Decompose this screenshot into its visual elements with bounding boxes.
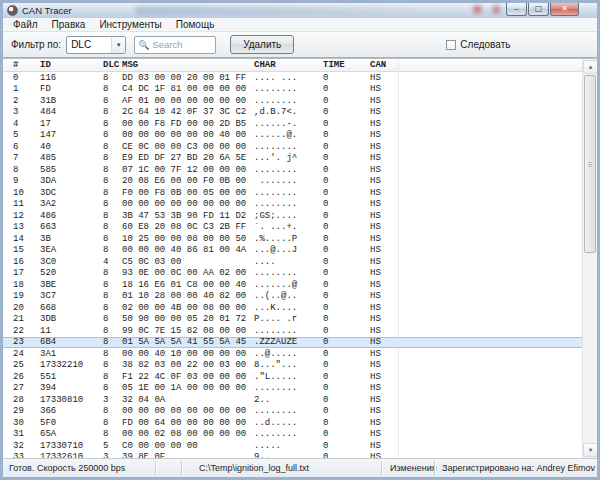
filter-dropdown[interactable]: DLC ▼ <box>66 36 126 54</box>
table-row[interactable]: 103DC8F0 00 F8 0B 00 05 00 00........0HS <box>3 187 582 199</box>
table-cell: AF 01 00 00 00 00 00 00 <box>122 96 254 106</box>
maximize-button[interactable]: ▢ <box>528 3 549 16</box>
table-cell: 00 00 F8 FD 00 00 2D B5 <box>122 119 254 129</box>
table-cell: 485 <box>40 153 103 163</box>
table-cell: 0 <box>323 360 370 370</box>
scroll-down-icon[interactable]: ▼ <box>583 443 597 457</box>
scroll-up-icon[interactable]: ▲ <box>583 60 597 74</box>
delete-button[interactable]: Удалить <box>230 35 294 54</box>
follow-label: Следовать <box>460 39 510 50</box>
table-row[interactable]: 236B4801 5A 5A 5A 41 55 5A 45.ZZZAUZE0HS <box>3 337 582 349</box>
follow-checkbox[interactable] <box>446 40 456 50</box>
minimize-button[interactable]: – <box>506 3 527 16</box>
table-cell: 8 <box>103 153 122 163</box>
table-row[interactable]: 305F08FD 00 64 00 00 00 00 00..d.....0HS <box>3 417 582 429</box>
table-cell: HS <box>370 176 400 186</box>
table-cell: 0 <box>323 222 370 232</box>
search-box: 🔍 <box>134 36 216 54</box>
table-cell: 3C7 <box>40 291 103 301</box>
table-row[interactable]: 8585807 1C 00 7F 12 00 00 00........0HS <box>3 164 582 176</box>
table-row[interactable]: 231B8AF 01 00 00 00 00 00 00........0HS <box>3 95 582 107</box>
table-cell: ........ <box>254 406 323 416</box>
column-header[interactable]: # <box>13 60 40 70</box>
table-row[interactable]: 01168DD 03 00 00 20 00 01 FF.... ...0HS <box>3 72 582 84</box>
table-row[interactable]: 153EA800 00 00 40 86 81 00 4A...@...J0HS <box>3 245 582 257</box>
table-cell: 15 <box>13 245 40 255</box>
table-row[interactable]: 1248683B 47 53 3B 90 FD 11 D2;GS;....0HS <box>3 210 582 222</box>
table-cell: 8 <box>103 326 122 336</box>
table-cell: 0 <box>323 429 370 439</box>
table-row[interactable]: 2211899 0C 7E 15 82 08 00 00........0HS <box>3 325 582 337</box>
menu-item[interactable]: Файл <box>6 18 45 31</box>
table-cell: HS <box>370 130 400 140</box>
table-row[interactable]: 5147800 00 00 00 00 00 40 00......@.0HS <box>3 130 582 142</box>
table-cell: 0 <box>323 142 370 152</box>
table-row[interactable]: 417800 00 F8 FD 00 00 2D B5......-.0HS <box>3 118 582 130</box>
table-cell: 668 <box>40 303 103 313</box>
menu-item[interactable]: Помощь <box>169 18 222 31</box>
table-row[interactable]: 348482C 64 10 42 0F 37 3C C2,d.B.7<.0HS <box>3 107 582 119</box>
table-cell: 8 <box>103 314 122 324</box>
table-row[interactable]: 213DB850 90 00 00 05 20 01 72P.... .r0HS <box>3 314 582 326</box>
table-cell: 3A1 <box>40 349 103 359</box>
table-cell: ........ <box>254 165 323 175</box>
table-row[interactable]: 2817330810332 04 0A2..0HS <box>3 394 582 406</box>
table-cell: 16 <box>13 257 40 267</box>
table-row[interactable]: 243A1800 00 40 10 00 00 00 00..@.....0HS <box>3 348 582 360</box>
table-cell: 20 <box>13 303 40 313</box>
column-header[interactable]: CAN <box>370 60 400 70</box>
table-cell: 394 <box>40 383 103 393</box>
table-cell: HS <box>370 107 400 117</box>
vertical-scrollbar[interactable]: ▲ ▼ <box>582 59 597 458</box>
table-row[interactable]: 143B810 25 00 00 08 00 00 50.%.....P0HS <box>3 233 582 245</box>
table-row[interactable]: 74858E9 ED DF 27 BD 20 6A 5E...'. j^0HS <box>3 153 582 165</box>
table-cell: 2C 64 10 42 0F 37 3C C2 <box>122 107 254 117</box>
table-cell: HS <box>370 165 400 175</box>
chevron-down-icon[interactable]: ▼ <box>111 37 125 53</box>
table-cell: ........ <box>254 326 323 336</box>
table-cell: HS <box>370 280 400 290</box>
table-row[interactable]: 113A2800 00 00 00 00 00 00 00........0HS <box>3 199 582 211</box>
table-row[interactable]: 17520893 0E 00 0C 00 AA 02 00........0HS <box>3 268 582 280</box>
table-cell: .ZZZAUZE <box>254 337 323 347</box>
close-button[interactable]: ✕ <box>550 3 579 16</box>
table-body: 01168DD 03 00 00 20 00 01 FF.... ...0HS1… <box>3 72 582 458</box>
table-cell: HS <box>370 360 400 370</box>
table-row[interactable]: 193C7801 10 28 00 00 40 82 00..(..@..0HS <box>3 291 582 303</box>
column-header[interactable]: CHAR <box>254 60 323 70</box>
table-row[interactable]: 93DA820 08 E6 00 00 F0 0B 00 .......0HS <box>3 176 582 188</box>
table-row[interactable]: 6408CE 0C 00 00 C3 00 00 00........0HS <box>3 141 582 153</box>
menu-item[interactable]: Правка <box>45 18 93 31</box>
changes-label: Изменения <box>390 463 437 473</box>
table-row[interactable]: 183BE818 16 E6 01 C8 00 00 40.......@0HS <box>3 279 582 291</box>
table-cell: 01 5A 5A 5A 41 55 5A 45 <box>122 337 254 347</box>
table-row[interactable]: 1FD8C4 DC 1F 81 00 00 00 00........0HS <box>3 84 582 96</box>
table-row[interactable]: 20668802 00 00 4B 00 08 00 00...K....0HS <box>3 302 582 314</box>
column-header[interactable]: ID <box>40 60 103 70</box>
table-cell: 28 <box>13 395 40 405</box>
table-cell: HS <box>370 96 400 106</box>
table-row[interactable]: 265518F1 22 4C 0F 03 00 00 00."L.....0HS <box>3 371 582 383</box>
table-row[interactable]: 29366800 00 00 00 00 00 00 00........0HS <box>3 406 582 418</box>
table-row[interactable]: 2517332210838 82 03 00 22 00 03 008...".… <box>3 360 582 372</box>
menu-item[interactable]: Инструменты <box>92 18 168 31</box>
table-row[interactable]: 3165A800 00 02 08 00 00 00 00........0HS <box>3 429 582 441</box>
column-header[interactable]: TIME <box>323 60 370 70</box>
table-cell: 0 <box>323 153 370 163</box>
table-row[interactable]: 27394805 1E 00 1A 00 00 00 00........0HS <box>3 383 582 395</box>
table-cell: HS <box>370 303 400 313</box>
table-row[interactable]: 163C04C5 0C 03 00....0HS <box>3 256 582 268</box>
table-row[interactable]: 32173307105C0 00 00 00 00.....0HS <box>3 440 582 452</box>
table-cell: 0 <box>323 199 370 209</box>
column-header[interactable]: DLC <box>103 60 122 70</box>
app-window: CAN Tracer – ▢ ✕ ФайлПравкаИнструментыПо… <box>0 0 600 480</box>
table-cell: 3 <box>13 107 40 117</box>
table-cell: ..@..... <box>254 349 323 359</box>
table-cell: ...'. j^ <box>254 153 323 163</box>
column-header[interactable]: MSG <box>122 60 254 70</box>
table-row[interactable]: 13663860 E8 20 08 0C C3 2B FF`. ...+.0HS <box>3 222 582 234</box>
table-cell: 0 <box>323 372 370 382</box>
table-cell: 0 <box>323 73 370 83</box>
scrollbar-thumb[interactable] <box>584 75 596 253</box>
search-input[interactable] <box>152 39 212 50</box>
